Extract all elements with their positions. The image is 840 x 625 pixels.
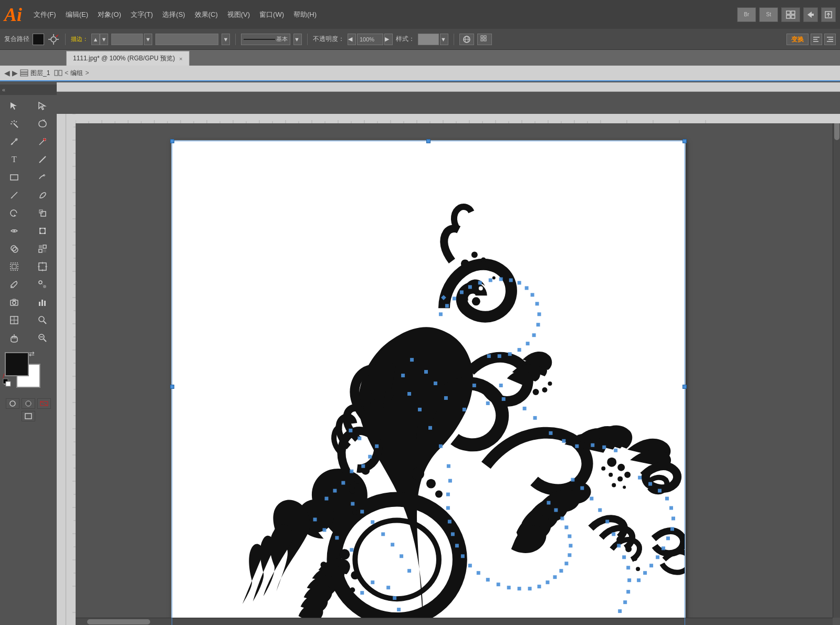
align-icon[interactable] [811,34,822,45]
link-icon[interactable] [459,34,474,45]
live-paint-tool[interactable] [28,240,57,258]
menu-text[interactable]: 文字(T) [127,8,158,22]
magic-wand-tool[interactable] [0,115,28,133]
draw-behind-btn[interactable] [22,398,35,409]
menubar-icon-2[interactable]: St [759,7,778,22]
artboard-tool[interactable] [28,258,57,276]
crop-image-tool[interactable] [0,258,28,276]
draw-normal-btn[interactable] [6,398,19,409]
zoom-out-tool[interactable] [28,329,57,347]
svg-rect-254 [591,443,594,447]
svg-point-192 [617,464,625,471]
anchor-point-icon[interactable] [47,34,60,45]
svg-rect-215 [486,401,490,405]
style-dropdown-btn[interactable]: ▼ [440,34,448,45]
none-color-btn[interactable]: / [3,372,5,380]
stroke-line-style[interactable]: 基本 [241,34,290,45]
line-style-dropdown[interactable]: ▼ [293,34,302,45]
bottom-mode-icons [6,398,51,421]
warp-tool[interactable] [0,222,28,240]
draw-inside-btn[interactable] [37,398,51,409]
svg-line-31 [12,121,13,122]
menu-effect[interactable]: 效果(C) [191,8,222,22]
eyedropper-tool[interactable] [0,276,28,293]
scrollbar-horizontal[interactable] [66,618,833,625]
opacity-down-btn[interactable]: ◀ [348,34,356,45]
grid-icon[interactable] [477,34,492,45]
blob-brush-tool[interactable] [28,186,57,204]
blend-tool[interactable] [28,276,57,293]
svg-rect-227 [350,470,353,473]
stroke-up-btn[interactable]: ▲ [91,34,100,45]
pen-tool[interactable] [0,133,28,151]
canvas-area[interactable] [66,114,840,625]
rect-tool[interactable] [0,168,28,186]
menu-view[interactable]: 视图(V) [223,8,254,22]
nav-back-btn[interactable]: ◀ [4,69,10,77]
tab-close-btn[interactable]: × [179,56,182,62]
hand-tool[interactable] [0,329,28,347]
menubar-icon-1[interactable]: Br [737,7,756,22]
svg-point-189 [542,387,548,393]
svg-rect-230 [375,444,379,448]
menu-window[interactable]: 窗口(W) [255,8,288,22]
change-screen-mode-btn[interactable] [22,411,35,421]
stroke-dropdown-btn[interactable]: ▼ [144,34,152,45]
type-tool[interactable]: T [0,151,28,168]
line-tool[interactable] [28,151,57,168]
more-icon[interactable] [824,34,836,45]
svg-point-186 [492,276,496,279]
slice-tool[interactable] [0,311,28,329]
free-transform-tool[interactable] [28,222,57,240]
svg-point-49 [11,246,16,251]
opacity-up-btn[interactable]: ▶ [384,34,393,45]
fill-dropdown-btn[interactable]: ▼ [222,34,230,45]
menubar-arrow-icon[interactable] [803,7,818,22]
swap-colors-btn[interactable]: ⇄ [29,350,35,358]
stroke-down-btn[interactable]: ▼ [100,34,108,45]
menubar-icon-3[interactable] [781,7,800,22]
fill-color-box[interactable] [33,34,44,45]
scale-tool[interactable] [28,204,57,222]
pencil-tool[interactable] [0,186,28,204]
svg-rect-295 [528,587,532,590]
svg-rect-300 [477,571,480,575]
svg-point-204 [354,476,361,484]
svg-rect-312 [460,290,464,294]
svg-rect-265 [626,566,630,569]
transform-btn[interactable]: 变换 [786,34,808,45]
eraser-path-tool[interactable] [28,168,57,186]
camera-tool[interactable] [0,293,28,311]
zoom-tool[interactable] [28,311,57,329]
menu-object[interactable]: 对象(O) [93,8,125,22]
artwork-svg[interactable] [172,141,685,625]
lasso-tool[interactable] [28,115,57,133]
tool-row-1 [0,97,57,115]
scrollbar-thumb-h[interactable] [87,619,150,624]
svg-rect-309 [439,312,443,316]
shape-builder-tool[interactable] [0,240,28,258]
artboard[interactable] [171,140,686,625]
svg-point-64 [43,285,46,288]
menu-select[interactable]: 选择(S) [158,8,189,22]
group-name: 编组 [70,69,83,78]
direct-selection-tool[interactable] [28,97,57,115]
nav-forward-btn[interactable]: ▶ [12,69,18,77]
floral-ornament[interactable] [243,207,685,623]
scrollbar-vertical[interactable] [833,114,840,618]
fg-color-swatch[interactable] [5,352,29,376]
menu-file[interactable]: 文件(F) [29,8,60,22]
panel-collapse-btn[interactable]: « [2,87,5,93]
menubar-export-icon[interactable] [821,7,836,22]
opacity-input[interactable] [357,34,383,45]
svg-rect-216 [463,408,466,411]
document-tab[interactable]: 1111.jpg* @ 100% (RGB/GPU 预览) × [66,51,190,66]
menu-help[interactable]: 帮助(H) [289,8,321,22]
menu-edit[interactable]: 编辑(E) [61,8,92,22]
chart-tool[interactable] [28,293,57,311]
anchor-tool[interactable] [28,133,57,151]
svg-point-183 [471,252,478,258]
rotate-tool[interactable] [0,204,28,222]
svg-rect-318 [518,281,521,284]
selection-tool[interactable] [0,97,28,115]
